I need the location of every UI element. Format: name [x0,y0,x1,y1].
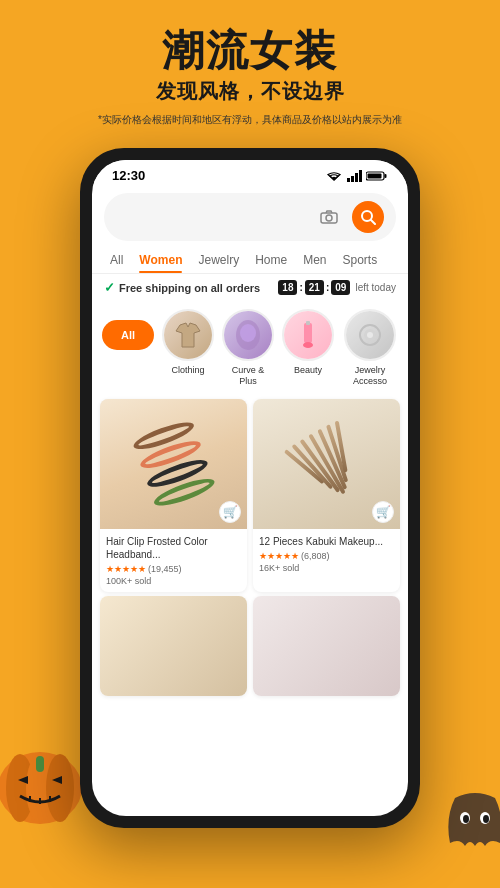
category-list: All Clothing [92,301,408,395]
product-card-hairclip[interactable]: 🛒 Hair Clip Frosted Color Headband... ★★… [100,399,247,592]
phone-screen: 12:30 [92,160,408,816]
countdown-sep-1: : [299,282,302,293]
svg-rect-14 [347,178,350,182]
svg-rect-15 [351,176,354,182]
tab-home[interactable]: Home [247,247,295,273]
shipping-banner: ✓ Free shipping on all orders 18 : 21 : … [92,274,408,301]
status-icons [326,170,388,182]
tab-women[interactable]: Women [131,247,190,273]
tab-jewelry[interactable]: Jewelry [190,247,247,273]
category-clothing[interactable]: Clothing [162,309,214,376]
svg-point-29 [303,342,313,348]
category-jewelry-image [344,309,396,361]
svg-rect-17 [359,170,362,182]
signal-icon [346,170,362,182]
camera-icon[interactable] [314,202,344,232]
tab-sports[interactable]: Sports [335,247,386,273]
nav-tabs: All Women Jewelry Home Men Sports [92,247,408,274]
status-bar: 12:30 [92,160,408,187]
svg-rect-19 [385,174,387,178]
svg-point-32 [367,332,373,338]
countdown-seconds: 09 [331,280,350,295]
check-icon: ✓ [104,280,115,295]
countdown-sep-2: : [326,282,329,293]
svg-rect-28 [306,321,310,325]
search-icon[interactable] [352,201,384,233]
tab-all[interactable]: All [102,247,131,273]
svg-rect-27 [304,323,312,343]
svg-rect-4 [36,756,44,772]
category-all-label: All [102,320,154,350]
stars-hairclip: ★★★★★ [106,564,146,574]
category-all[interactable]: All [102,309,154,350]
category-clothing-label: Clothing [171,365,204,376]
product-card-bottom-2[interactable] [253,596,400,696]
product-image-brushes: 🛒 [253,399,400,529]
product-grid: 🛒 Hair Clip Frosted Color Headband... ★★… [92,395,408,596]
svg-line-24 [371,220,375,224]
sold-hairclip: 100K+ sold [106,576,241,586]
product-title-brushes: 12 Pieces Kabuki Makeup... [259,535,394,548]
pumpkin-left-decoration [0,728,90,828]
svg-point-3 [46,754,74,822]
countdown-timer: 18 : 21 : 09 left today [278,280,396,295]
battery-icon [366,170,388,182]
category-beauty-image [282,309,334,361]
sub-title: 发现风格，不设边界 [20,78,480,105]
svg-point-13 [483,815,489,823]
phone-mockup: 12:30 [80,148,420,828]
rating-count-hairclip: (19,455) [148,564,182,574]
search-input[interactable] [116,209,306,225]
stars-brushes: ★★★★★ [259,551,299,561]
wifi-icon [326,170,342,182]
category-curve-plus[interactable]: Curve & Plus [222,309,274,387]
search-bar[interactable] [104,193,396,241]
category-jewelry-label: Jewelry Accesso [342,365,398,387]
countdown-minutes: 21 [305,280,324,295]
header-area: 潮流女装 发现风格，不设边界 *实际价格会根据时间和地区有浮动，具体商品及价格以… [0,0,500,137]
category-beauty[interactable]: Beauty [282,309,334,376]
product-rating-hairclip: ★★★★★ (19,455) [106,564,241,574]
category-curve-image [222,309,274,361]
svg-point-12 [463,815,469,823]
main-title: 潮流女装 [20,28,480,74]
product-info-brushes: 12 Pieces Kabuki Makeup... ★★★★★ (6,808)… [253,529,400,579]
product-card-brushes[interactable]: 🛒 12 Pieces Kabuki Makeup... ★★★★★ (6,80… [253,399,400,592]
countdown-label: left today [355,282,396,293]
product-info-hairclip: Hair Clip Frosted Color Headband... ★★★★… [100,529,247,592]
product-grid-bottom [92,596,408,700]
category-jewelry[interactable]: Jewelry Accesso [342,309,398,387]
pumpkin-right-decoration [435,788,500,868]
product-card-bottom-1[interactable] [100,596,247,696]
sold-brushes: 16K+ sold [259,563,394,573]
status-time: 12:30 [112,168,145,183]
rating-count-brushes: (6,808) [301,551,330,561]
product-title-hairclip: Hair Clip Frosted Color Headband... [106,535,241,561]
shipping-text: ✓ Free shipping on all orders [104,280,260,295]
category-curve-label: Curve & Plus [222,365,274,387]
product-rating-brushes: ★★★★★ (6,808) [259,551,394,561]
svg-rect-16 [355,173,358,182]
countdown-hours: 18 [278,280,297,295]
tab-men[interactable]: Men [295,247,334,273]
disclaimer: *实际价格会根据时间和地区有浮动，具体商品及价格以站内展示为准 [20,113,480,127]
svg-rect-20 [368,173,382,178]
svg-point-22 [326,215,332,221]
svg-point-26 [240,324,256,342]
category-beauty-label: Beauty [294,365,322,376]
add-to-cart-brushes[interactable]: 🛒 [372,501,394,523]
add-to-cart-hairclip[interactable]: 🛒 [219,501,241,523]
category-clothing-image [162,309,214,361]
product-image-hairclip: 🛒 [100,399,247,529]
